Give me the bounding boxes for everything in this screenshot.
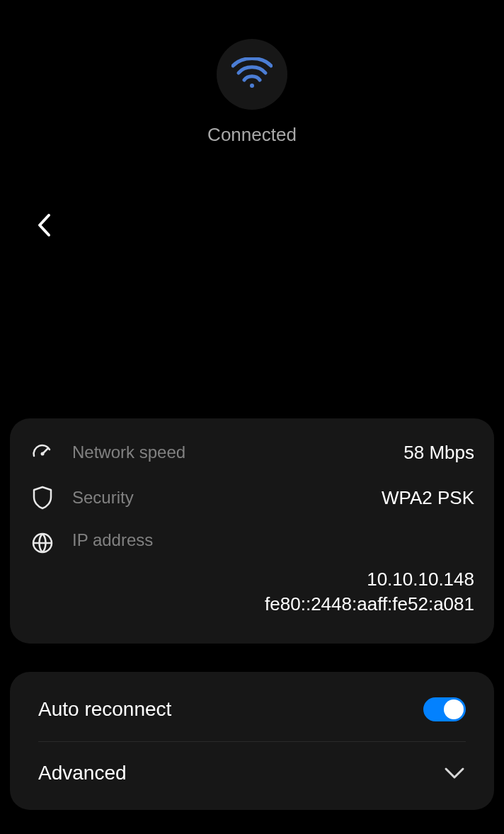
ip-address-values: 10.10.10.148 fe80::2448:aaff:fe52:a081	[30, 567, 474, 617]
speed-icon	[30, 440, 55, 465]
network-speed-label: Network speed	[72, 442, 403, 462]
auto-reconnect-label: Auto reconnect	[38, 698, 171, 721]
wifi-icon-circle	[217, 39, 287, 110]
auto-reconnect-row[interactable]: Auto reconnect	[30, 678, 474, 741]
advanced-row[interactable]: Advanced	[30, 742, 474, 804]
chevron-down-icon	[443, 762, 466, 784]
security-row: Security WPA2 PSK	[30, 485, 474, 510]
toggle-knob	[444, 699, 464, 719]
chevron-left-icon	[37, 213, 51, 240]
globe-icon	[30, 530, 55, 556]
ip-address-row: IP address	[30, 530, 474, 556]
ip-v6-value: fe80::2448:aaff:fe52:a081	[30, 592, 474, 617]
ip-v4-value: 10.10.10.148	[30, 567, 474, 592]
security-label: Security	[72, 488, 382, 508]
network-speed-value: 58 Mbps	[403, 442, 474, 464]
svg-point-1	[41, 452, 45, 456]
advanced-label: Advanced	[38, 762, 127, 784]
wifi-icon	[231, 57, 273, 91]
network-speed-row: Network speed 58 Mbps	[30, 440, 474, 465]
security-value: WPA2 PSK	[382, 487, 474, 509]
back-button[interactable]	[30, 212, 58, 241]
shield-icon	[30, 485, 55, 510]
network-info-card: Network speed 58 Mbps Security WPA2 PSK …	[10, 418, 494, 644]
ip-address-label: IP address	[72, 530, 474, 550]
svg-point-0	[250, 84, 254, 88]
header-section: Connected	[0, 0, 504, 146]
connection-status: Connected	[0, 124, 504, 146]
auto-reconnect-toggle[interactable]	[423, 697, 466, 721]
settings-card: Auto reconnect Advanced	[10, 672, 494, 810]
